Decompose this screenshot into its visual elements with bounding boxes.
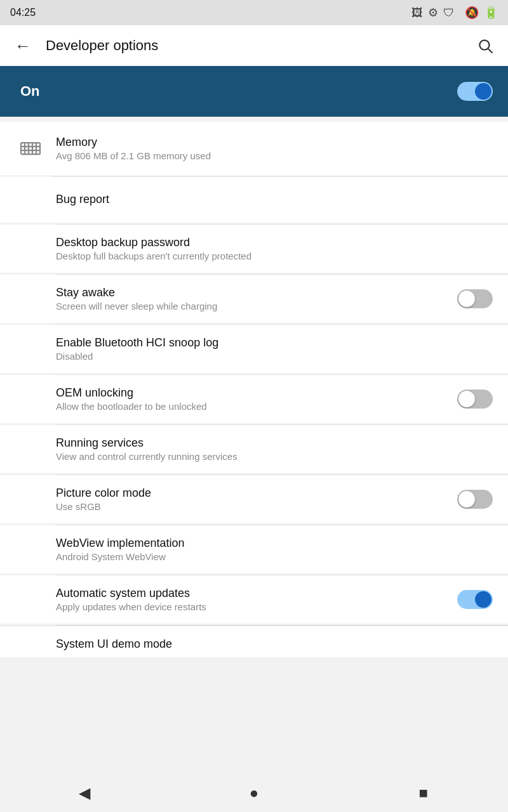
oem-unlocking-toggle[interactable] — [457, 390, 493, 409]
search-icon — [477, 37, 493, 54]
settings-item-running-services[interactable]: Running services View and control curren… — [0, 425, 508, 473]
settings-item-memory[interactable]: Memory Avg 806 MB of 2.1 GB memory used — [0, 122, 508, 175]
oem-unlocking-toggle-thumb — [458, 391, 475, 407]
on-banner[interactable]: On — [0, 66, 508, 117]
memory-icon — [15, 133, 46, 164]
oem-unlocking-subtitle: Allow the bootloader to be unlocked — [56, 401, 457, 412]
stay-awake-text: Stay awake Screen will never sleep while… — [56, 286, 457, 311]
picture-color-mode-toggle[interactable] — [457, 490, 493, 509]
nav-back-icon: ◀ — [79, 784, 90, 802]
nav-home-button[interactable]: ● — [235, 780, 273, 806]
nav-recents-icon: ■ — [418, 784, 428, 802]
settings-item-automatic-updates[interactable]: Automatic system updates Apply updates w… — [0, 575, 508, 624]
settings-item-bluetooth-hci[interactable]: Enable Bluetooth HCI snoop log Disabled — [0, 325, 508, 373]
desktop-backup-text: Desktop backup password Desktop full bac… — [56, 236, 493, 261]
stay-awake-toggle[interactable] — [457, 289, 493, 308]
photo-icon: 🖼 — [411, 6, 423, 20]
on-banner-label: On — [20, 83, 457, 100]
settings-item-bug-report[interactable]: Bug report — [0, 177, 508, 223]
bluetooth-hci-text: Enable Bluetooth HCI snoop log Disabled — [56, 336, 493, 362]
status-time: 04:25 — [10, 7, 36, 18]
nav-recents-button[interactable]: ■ — [404, 780, 443, 806]
oem-unlocking-text: OEM unlocking Allow the bootloader to be… — [56, 386, 457, 412]
back-button[interactable]: ← — [10, 33, 36, 58]
running-services-title: Running services — [56, 436, 493, 450]
bug-report-text: Bug report — [56, 193, 493, 207]
back-icon: ← — [15, 36, 31, 56]
nav-home-icon: ● — [250, 784, 259, 802]
automatic-updates-subtitle: Apply updates when device restarts — [56, 601, 457, 612]
picture-color-mode-title: Picture color mode — [56, 487, 457, 500]
svg-rect-2 — [21, 143, 40, 154]
settings-item-oem-unlocking[interactable]: OEM unlocking Allow the bootloader to be… — [0, 375, 508, 423]
gear-icon: ⚙ — [428, 6, 438, 20]
bluetooth-hci-title: Enable Bluetooth HCI snoop log — [56, 336, 493, 350]
memory-subtitle: Avg 806 MB of 2.1 GB memory used — [56, 150, 493, 161]
oem-unlocking-title: OEM unlocking — [56, 386, 457, 400]
page-title: Developer options — [46, 37, 462, 54]
search-button[interactable] — [472, 33, 498, 58]
automatic-updates-toggle[interactable] — [457, 590, 493, 609]
shield-icon: 🛡 — [443, 6, 455, 20]
nav-bar: ◀ ● ■ — [0, 774, 508, 812]
settings-list: Memory Avg 806 MB of 2.1 GB memory used … — [0, 117, 508, 702]
stay-awake-subtitle: Screen will never sleep while charging — [56, 301, 457, 311]
webview-implementation-title: WebView implementation — [56, 537, 493, 550]
bluetooth-hci-subtitle: Disabled — [56, 351, 493, 362]
running-services-text: Running services View and control curren… — [56, 436, 493, 462]
status-icons: 🖼 ⚙ 🛡 🔕 🔋 — [411, 6, 498, 20]
svg-line-1 — [488, 49, 491, 52]
stay-awake-toggle-thumb — [458, 291, 475, 307]
running-services-subtitle: View and control currently running servi… — [56, 451, 493, 462]
bell-off-icon: 🔕 — [465, 6, 479, 20]
settings-item-system-ui-demo-partial[interactable]: System UI demo mode — [0, 625, 508, 657]
memory-title: Memory — [56, 136, 493, 149]
stay-awake-title: Stay awake — [56, 286, 457, 299]
picture-color-mode-toggle-thumb — [458, 491, 475, 508]
picture-color-mode-text: Picture color mode Use sRGB — [56, 487, 457, 512]
app-bar: ← Developer options — [0, 25, 508, 66]
automatic-updates-toggle-thumb — [475, 591, 491, 608]
settings-item-stay-awake[interactable]: Stay awake Screen will never sleep while… — [0, 275, 508, 323]
settings-item-desktop-backup[interactable]: Desktop backup password Desktop full bac… — [0, 225, 508, 273]
webview-implementation-subtitle: Android System WebView — [56, 551, 493, 562]
system-ui-demo-title: System UI demo mode — [56, 638, 493, 651]
desktop-backup-subtitle: Desktop full backups aren't currently pr… — [56, 251, 493, 261]
picture-color-mode-subtitle: Use sRGB — [56, 501, 457, 512]
automatic-updates-title: Automatic system updates — [56, 587, 457, 600]
settings-item-picture-color-mode[interactable]: Picture color mode Use sRGB — [0, 475, 508, 523]
svg-point-0 — [479, 40, 489, 49]
desktop-backup-title: Desktop backup password — [56, 236, 493, 249]
toggle-thumb — [475, 83, 491, 100]
bug-report-title: Bug report — [56, 193, 493, 206]
settings-item-webview-implementation[interactable]: WebView implementation Android System We… — [0, 525, 508, 573]
automatic-updates-text: Automatic system updates Apply updates w… — [56, 587, 457, 612]
nav-back-button[interactable]: ◀ — [65, 780, 104, 806]
webview-implementation-text: WebView implementation Android System We… — [56, 537, 493, 562]
battery-icon: 🔋 — [484, 6, 498, 20]
developer-options-toggle[interactable] — [457, 82, 493, 101]
memory-text: Memory Avg 806 MB of 2.1 GB memory used — [56, 136, 493, 161]
status-bar: 04:25 🖼 ⚙ 🛡 🔕 🔋 — [0, 0, 508, 25]
